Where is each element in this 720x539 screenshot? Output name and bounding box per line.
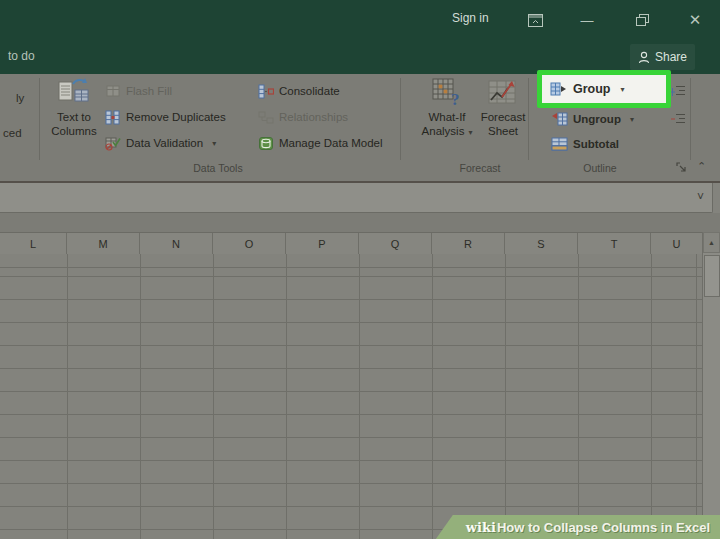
column-header-P[interactable]: P [286,233,359,254]
show-detail-button[interactable] [671,84,686,98]
sign-in-link[interactable]: Sign in [452,11,489,25]
svg-text:?: ? [451,90,460,106]
subtotal-button[interactable]: Subtotal [551,135,619,153]
group-button-highlight[interactable]: Group ▾ [537,70,671,108]
wikihow-logo-wiki: wiki [466,520,496,535]
group-separator [528,78,529,160]
text-to-columns-button[interactable]: Text to Columns [46,78,102,138]
group-separator [690,78,691,160]
text-to-columns-label: Text to Columns [51,110,96,138]
group-separator [39,78,40,160]
column-header-O[interactable]: O [213,233,286,254]
consolidate-icon [258,84,274,99]
restore-button[interactable] [629,8,655,32]
consolidate-button[interactable]: Consolidate [258,82,340,100]
flash-fill-label: Flash Fill [126,85,172,97]
minimize-button[interactable]: — [574,8,600,32]
share-button[interactable]: Share [630,44,695,70]
title-bar: Sign in — ✕ [0,0,720,40]
wikihow-caption-banner: wiki How to Collapse Columns in Excel [436,515,720,539]
what-if-dropdown-icon: ▾ [468,128,472,137]
manage-data-model-icon [258,136,274,151]
ribbon-tab-row: to do Share [0,40,720,74]
caption-title: How to Collapse Columns in Excel [497,520,710,535]
advanced-button-partial[interactable]: ced [3,127,22,139]
formula-bar[interactable]: ˅ [0,183,713,213]
ungroup-label: Ungroup [573,113,621,125]
data-validation-label: Data Validation [126,137,203,149]
flash-fill-icon [106,84,121,98]
column-header-Q[interactable]: Q [359,233,432,254]
column-header-T[interactable]: T [578,233,651,254]
ribbon-display-options-button[interactable] [522,8,548,32]
consolidate-label: Consolidate [279,85,340,97]
formula-bar-spacer [0,213,720,232]
group-dropdown-icon[interactable]: ▾ [621,85,625,94]
ungroup-icon [551,112,568,126]
what-if-analysis-button[interactable]: ? What-If Analysis▾ [416,78,478,140]
column-header-U[interactable]: U [651,233,702,254]
restore-icon [636,14,649,26]
ungroup-dropdown-icon[interactable]: ▾ [630,115,634,124]
forecast-group-label: Forecast [410,162,550,174]
share-label: Share [655,50,687,64]
data-validation-dropdown-icon[interactable]: ▾ [212,139,216,148]
forecast-sheet-icon [488,78,518,106]
remove-duplicates-icon [105,110,121,125]
forecast-sheet-label: Forecast Sheet [481,110,526,138]
outline-group-label: Outline [530,162,670,174]
data-validation-button[interactable]: Data Validation ▾ [105,134,216,152]
formula-bar-expand-icon[interactable]: ˅ [697,190,704,204]
dialog-launcher-icon [676,162,687,173]
column-header-N[interactable]: N [140,233,213,254]
group-label: Group [573,82,611,96]
tell-me-box-partial[interactable]: to do [8,49,35,63]
column-headers: L M N O P Q R S T U [0,232,702,255]
what-if-analysis-icon: ? [432,78,462,106]
subtotal-icon [551,137,568,151]
hide-detail-button[interactable] [671,112,686,126]
column-header-M[interactable]: M [67,233,140,254]
manage-data-model-button[interactable]: Manage Data Model [258,134,383,152]
excel-window: Sign in — ✕ to do Share [0,0,720,539]
group-separator [400,78,401,160]
scrollbar-thumb[interactable] [704,255,720,297]
reapply-button-partial[interactable]: ly [16,92,24,104]
share-person-icon [638,51,650,64]
column-header-R[interactable]: R [432,233,505,254]
data-tools-group-label: Data Tools [148,162,288,174]
scroll-up-button[interactable]: ▲ [703,232,720,253]
collapse-ribbon-button[interactable]: ⌃ [697,160,706,173]
group-icon [550,82,567,96]
data-validation-icon [105,136,121,151]
ungroup-button[interactable]: Ungroup ▾ [551,110,634,128]
text-to-columns-icon [58,78,90,106]
relationships-button: Relationships [258,108,348,126]
flash-fill-button: Flash Fill [106,82,172,100]
forecast-sheet-button[interactable]: Forecast Sheet [478,78,528,138]
column-header-S[interactable]: S [505,233,578,254]
column-header-L[interactable]: L [0,233,67,254]
hide-detail-icon [671,112,686,126]
vertical-scrollbar[interactable]: ▲ [702,232,720,539]
manage-data-model-label: Manage Data Model [279,137,383,149]
show-detail-icon [671,84,686,98]
close-button[interactable]: ✕ [682,8,708,32]
outline-dialog-launcher-button[interactable] [676,162,687,173]
relationships-label: Relationships [279,111,348,123]
remove-duplicates-label: Remove Duplicates [126,111,226,123]
remove-duplicates-button[interactable]: Remove Duplicates [105,108,226,126]
scroll-up-icon: ▲ [708,239,715,246]
ribbon-display-options-icon [528,14,543,27]
subtotal-label: Subtotal [573,138,619,150]
worksheet-grid[interactable] [0,254,702,539]
what-if-analysis-label: What-If Analysis▾ [422,110,473,140]
relationships-icon [258,110,274,125]
